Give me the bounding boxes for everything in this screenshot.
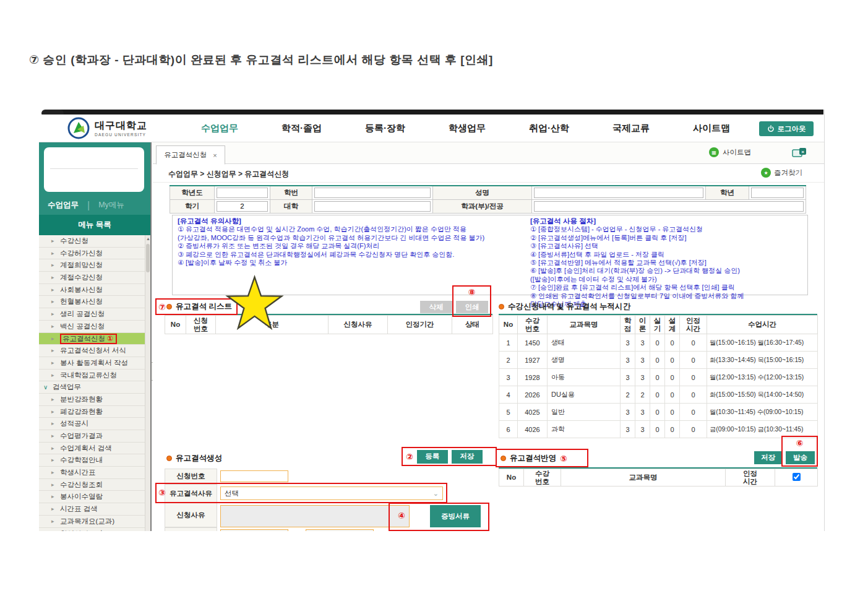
annotation-badge-5: ⑤ — [560, 454, 567, 463]
tab-absence-apply[interactable]: 유고결석신청 × — [156, 145, 225, 165]
nav-item-studentaffairs[interactable]: 학생업무 — [449, 123, 486, 134]
favorite-button[interactable]: ★ 즐겨찾기 — [761, 168, 802, 178]
close-all-windows-icon[interactable]: × — [792, 147, 807, 161]
year-input[interactable] — [217, 188, 268, 198]
register-button[interactable]: 등록 — [417, 450, 448, 464]
nav-item-international[interactable]: 국제교류 — [612, 123, 650, 134]
sidebar-item-credit-guide[interactable]: ▸수강학점안내 — [39, 454, 150, 467]
absence-create-section-title: 유고결석생성 — [166, 453, 222, 464]
sidebar-item-sugang[interactable]: ▸수강신청 — [39, 235, 150, 248]
sidebar-scrollbar[interactable]: ▲ — [145, 235, 150, 531]
sidebar-item-timetable[interactable]: ▸학생시간표 — [39, 467, 150, 479]
notice-procedure-title: [유고결석 사용 절차] — [530, 217, 596, 225]
top-nav: 수업업무 학적·졸업 등록·장학 학생업무 취업·산학 국제교류 사이트맵 — [201, 115, 730, 142]
sidebar-item-service-record[interactable]: ▸봉사이수열람 — [39, 491, 150, 503]
table-row[interactable]: 42026DU실용22000화(15:00~15:50) 목(14:00~14:… — [499, 386, 818, 404]
sidebar-tab-mymenu[interactable]: My메뉴 — [98, 200, 124, 210]
table-row[interactable]: 54025일반33000월(10:30~11:45) 수(09:00~10:15… — [499, 404, 818, 421]
dept-label: 학과(부)/전공 — [433, 199, 532, 213]
table-row[interactable]: 11450생태33000월(15:00~16:15) 월(16:30~17:45… — [499, 334, 818, 352]
sidebar-item-timetable-search[interactable]: ▸시간표 검색 — [39, 503, 150, 516]
table-row[interactable]: 21927생명33000화(13:30~14:45) 목(15:00~16:15… — [499, 352, 818, 369]
sidebar-item-class-status[interactable]: ▸분반강좌현황 — [39, 394, 150, 406]
grade-input[interactable] — [751, 188, 804, 198]
sidebar-item-clipped[interactable]: ▸학업성적조회 — [39, 528, 150, 532]
enroll-col-time: 수업시간 — [707, 316, 818, 334]
list-col-status: 상태 — [452, 316, 493, 334]
apply-col-no: No — [499, 469, 524, 486]
sidebar-item-sugang-lookup[interactable]: ▸수강신청조회 — [39, 479, 150, 491]
arrow-icon: ▸ — [51, 516, 54, 528]
annotation-box-3 — [155, 483, 447, 503]
sidebar-item-blood-service[interactable]: ▸헌혈봉사신청 — [39, 296, 150, 308]
detail-reason-textarea[interactable] — [220, 505, 410, 527]
nav-item-sitemap[interactable]: 사이트맵 — [693, 123, 730, 134]
sitemap-link[interactable]: ▦ 사이트맵 — [709, 147, 751, 157]
period-start-input[interactable]: ▦ — [220, 529, 288, 531]
arrow-icon: ▸ — [51, 406, 54, 418]
appno-label: 신청번호 — [165, 469, 217, 484]
nav-item-career[interactable]: 취업·산학 — [529, 123, 569, 134]
logout-button[interactable]: 로그아웃 — [759, 121, 814, 136]
period-end-input[interactable]: ▦ — [306, 529, 374, 531]
arrow-icon: ▸ — [51, 296, 54, 308]
section-bullet-icon — [166, 456, 172, 461]
absence-apply-table: No 수강 번호 교과목명 인정 시간 — [499, 469, 818, 486]
annotation-badge-1: ① — [107, 334, 113, 343]
sidebar-item-absence-apply[interactable]: ▸유고결석신청① — [39, 333, 150, 345]
sidebar-item-season-hope[interactable]: ▸계절희망신청 — [39, 259, 150, 272]
attach-documents-button[interactable]: 증빙서류 — [430, 505, 481, 527]
dept-input[interactable] — [534, 201, 804, 212]
send-button[interactable]: 발송 — [786, 451, 815, 464]
notice-procedure-body: ① [종합정보시스템] - 수업업무 - 신청업무 - 유고결석신청 ② [유고… — [530, 225, 744, 308]
app-header: 대구대학교 DAEGU UNIVERSITY 수업업무 학적·졸업 등록·장학 … — [39, 115, 824, 142]
sidebar-group-search[interactable]: ∨검색업무 — [39, 381, 150, 394]
apply-save-button[interactable]: 저장 — [754, 451, 782, 464]
table-row[interactable]: 31928아동33000월(12:00~13:15) 수(12:00~13:15… — [499, 369, 818, 386]
grade-label: 학년 — [706, 186, 749, 199]
sidebar-item-vaccine-absence[interactable]: ▸백신 공결신청 — [39, 321, 150, 333]
period-tilde: ~ — [296, 529, 299, 531]
apply-col-recognized: 인정 시간 — [726, 469, 775, 486]
delete-button[interactable]: 삭제 — [420, 301, 452, 313]
sidebar-tab-classwork[interactable]: 수업업무 — [48, 200, 79, 210]
table-row[interactable]: 64026과학33000금(09:00~10:15) 금(10:30~11:45… — [499, 421, 818, 438]
annotation-badge-8: ⑧ — [453, 288, 490, 296]
save-button[interactable]: 저장 — [452, 450, 483, 464]
annotation-box-2: ② 등록 저장 — [402, 447, 497, 466]
arrow-icon: ▸ — [51, 528, 54, 532]
sidebar-item-service-plan[interactable]: ▸봉사 활동계획서 작성 — [39, 357, 150, 370]
studentno-input[interactable] — [314, 188, 431, 198]
sidebar-item-menstrual-absence[interactable]: ▸생리 공결신청 — [39, 308, 150, 321]
select-all-checkbox[interactable] — [793, 473, 801, 481]
sidebar-item-sugang-permit[interactable]: ▸수강허가신청 — [39, 248, 150, 260]
period-label: 인정기간 — [165, 527, 217, 531]
sidebar-item-grade-post[interactable]: ▸성적공시 — [39, 418, 150, 430]
nav-item-registration[interactable]: 등록·장학 — [365, 123, 405, 134]
power-icon — [767, 125, 775, 132]
tab-close-icon[interactable]: × — [213, 152, 217, 159]
notice-caution-title: [유고결석 유의사항] — [178, 217, 241, 225]
enroll-col-recognized: 인정 시간 — [680, 316, 707, 334]
arrow-icon: ▸ — [51, 467, 54, 479]
name-input[interactable] — [534, 188, 703, 198]
sidebar-item-closed-class[interactable]: ▸폐강강좌현황 — [39, 406, 150, 418]
studentno-label: 학번 — [270, 186, 312, 199]
breadcrumb: 수업업무 > 신청업무 > 유고결석신청 — [168, 169, 289, 179]
sidebar-item-domestic-credit[interactable]: ▸국내학점교류신청 — [39, 370, 150, 382]
college-input[interactable] — [314, 201, 431, 212]
sidebar-item-social-service[interactable]: ▸사회봉사신청 — [39, 284, 150, 296]
student-filter-table: 학년도 학번 성명 학년 학기 대학 학과(부)/전공 — [170, 185, 806, 214]
chevron-down-icon: ∨ — [43, 381, 48, 394]
arrow-icon: ▸ — [51, 272, 54, 284]
appno-input[interactable] — [220, 470, 288, 482]
sidebar-item-syllabus-search[interactable]: ▸수업계획서 검색 — [39, 443, 150, 455]
sidebar-item-absence-form[interactable]: ▸유고결석신청서 서식 — [39, 345, 150, 357]
sidebar-item-eval-result[interactable]: ▸수업평가결과 — [39, 430, 150, 443]
sidebar-item-course-outline[interactable]: ▸교과목개요(교과) — [39, 516, 150, 528]
semester-input[interactable] — [217, 201, 268, 212]
nav-item-records[interactable]: 학적·졸업 — [281, 123, 322, 134]
nav-item-classwork[interactable]: 수업업무 — [201, 123, 238, 134]
sidebar-item-season-sugang[interactable]: ▸계절수강신청 — [39, 272, 150, 284]
arrow-icon: ▸ — [51, 418, 54, 430]
